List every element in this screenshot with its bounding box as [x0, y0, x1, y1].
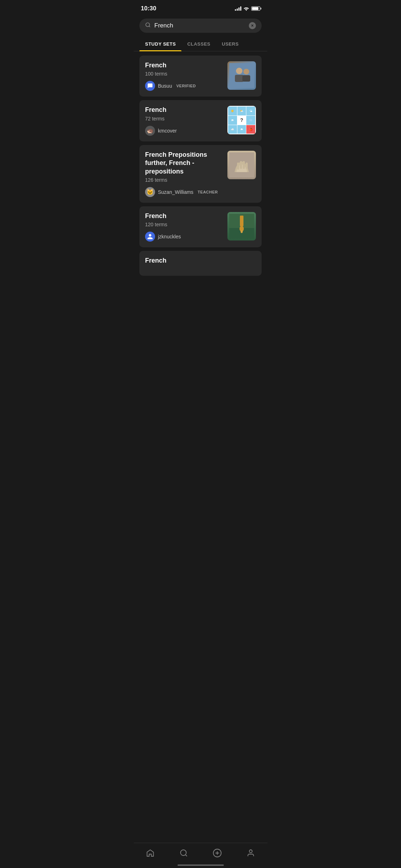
battery-icon [251, 6, 260, 11]
card-terms: 100 terms [145, 71, 223, 77]
svg-rect-9 [240, 161, 242, 169]
svg-rect-8 [237, 162, 239, 170]
author-name: jzknuckles [158, 234, 181, 239]
study-card-2[interactable]: French 72 terms 🦔 kmcover ☀️ ⛅ 🌤 🌧 ? ❄️ … [139, 100, 262, 141]
card-title: French [145, 212, 223, 220]
search-container: French × [134, 16, 267, 37]
results-list: French 100 terms Busuu VERIFIED [134, 51, 267, 326]
status-icons [235, 6, 260, 11]
search-bar[interactable]: French × [139, 19, 262, 33]
author-badge: VERIFIED [176, 84, 196, 88]
study-card-4[interactable]: French 120 terms jzknuckles [139, 206, 262, 247]
tabs-container: STUDY SETS CLASSES USERS [134, 37, 267, 51]
card-title: French Prepositions further, French - pr… [145, 151, 223, 176]
study-card-5[interactable]: French [139, 251, 262, 276]
author-avatar [145, 81, 155, 91]
svg-rect-6 [242, 75, 250, 82]
wifi-icon [243, 6, 249, 11]
card-terms: 126 terms [145, 177, 223, 183]
search-icon [145, 22, 151, 29]
signal-bars-icon [235, 6, 241, 11]
svg-point-16 [241, 230, 243, 233]
search-clear-button[interactable]: × [249, 22, 256, 29]
status-bar: 10:30 [134, 0, 267, 16]
card-author: 🦔 kmcover [145, 126, 223, 136]
svg-rect-11 [246, 162, 248, 169]
card-thumbnail [227, 61, 256, 90]
svg-line-1 [149, 26, 150, 27]
author-avatar: 🐱 [145, 187, 155, 197]
card-title: French [145, 106, 223, 114]
author-avatar: 🦔 [145, 126, 155, 136]
tab-users[interactable]: USERS [216, 37, 244, 51]
card-author: jzknuckles [145, 232, 223, 242]
study-card-1[interactable]: French 100 terms Busuu VERIFIED [139, 56, 262, 97]
author-badge: TEACHER [198, 190, 218, 194]
card-thumbnail [227, 151, 256, 179]
card-terms: 120 terms [145, 222, 223, 227]
search-input[interactable]: French [154, 22, 245, 29]
svg-point-5 [243, 69, 249, 74]
author-name: Busuu [158, 83, 172, 89]
card-title: French [145, 61, 223, 69]
tab-study-sets[interactable]: STUDY SETS [139, 37, 181, 51]
card-terms: 72 terms [145, 116, 223, 122]
study-card-3[interactable]: French Prepositions further, French - pr… [139, 145, 262, 203]
author-name: Suzan_Williams [158, 189, 194, 195]
card-author: 🐱 Suzan_Williams TEACHER [145, 187, 223, 197]
author-name: kmcover [158, 128, 177, 134]
svg-rect-4 [235, 75, 243, 82]
card-title: French [145, 257, 256, 265]
author-avatar [145, 232, 155, 242]
card-thumbnail: ☀️ ⛅ 🌤 🌧 ? ❄️ ☁️ 🌨 🍎 [227, 106, 256, 134]
svg-rect-10 [243, 161, 245, 169]
svg-rect-14 [240, 216, 243, 226]
status-time: 10:30 [141, 5, 156, 12]
svg-point-0 [146, 23, 150, 27]
tab-classes[interactable]: CLASSES [181, 37, 216, 51]
card-thumbnail [227, 212, 256, 241]
card-author: Busuu VERIFIED [145, 81, 223, 91]
svg-point-3 [236, 68, 242, 74]
